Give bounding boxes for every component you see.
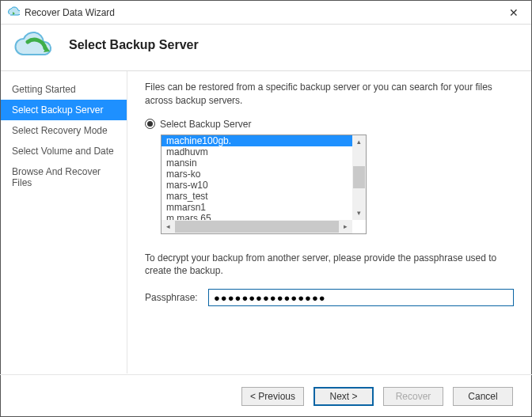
hscroll-thumb[interactable] <box>175 221 339 233</box>
select-backup-server-radio[interactable]: Select Backup Server <box>145 119 514 130</box>
wizard-content: Files can be restored from a specific ba… <box>127 71 531 373</box>
wizard-footer: < Previous Next > Recover Cancel <box>0 374 532 417</box>
step-getting-started[interactable]: Getting Started <box>1 79 127 100</box>
server-list-item[interactable]: mansin <box>162 157 352 169</box>
server-list-item[interactable]: madhuvm <box>162 146 352 157</box>
horizontal-scrollbar[interactable]: ◂ ▸ <box>162 220 352 233</box>
server-list-item[interactable]: mmarsn1 <box>162 202 352 213</box>
server-list-item[interactable]: mars-w10 <box>162 180 352 191</box>
recover-button[interactable]: Recover <box>383 387 443 406</box>
radio-label: Select Backup Server <box>160 119 251 130</box>
app-icon <box>7 6 20 19</box>
titlebar: Recover Data Wizard ✕ <box>1 1 531 25</box>
server-listbox[interactable]: machine100gb. madhuvm mansin mars-ko mar… <box>161 135 367 234</box>
server-list-item[interactable]: m mars 65 <box>162 213 352 220</box>
passphrase-input[interactable] <box>208 289 514 306</box>
radio-selected-icon <box>145 119 155 129</box>
passphrase-label: Passphrase: <box>145 292 200 303</box>
server-list-item[interactable]: mars_test <box>162 191 352 202</box>
scroll-down-icon[interactable]: ▾ <box>352 207 366 220</box>
intro-text: Files can be restored from a specific ba… <box>145 81 514 108</box>
scroll-left-icon[interactable]: ◂ <box>162 220 175 233</box>
server-list-item[interactable]: mars-ko <box>162 169 352 180</box>
close-icon: ✕ <box>509 6 519 19</box>
page-title: Select Backup Server <box>69 38 199 52</box>
step-select-volume-and-date[interactable]: Select Volume and Date <box>1 141 127 161</box>
step-select-recovery-mode[interactable]: Select Recovery Mode <box>1 120 127 141</box>
cancel-button[interactable]: Cancel <box>453 387 513 406</box>
scroll-right-icon[interactable]: ▸ <box>339 220 352 233</box>
step-select-backup-server[interactable]: Select Backup Server <box>1 100 127 120</box>
vertical-scrollbar[interactable]: ▴ ▾ <box>352 135 366 220</box>
wizard-header: Select Backup Server <box>1 25 531 70</box>
scroll-thumb[interactable] <box>353 166 365 188</box>
cloud-restore-icon <box>12 29 56 61</box>
window-title: Recover Data Wizard <box>25 7 496 18</box>
server-list-item[interactable]: machine100gb. <box>162 135 352 146</box>
passphrase-hint: To decrypt your backup from another serv… <box>145 252 514 279</box>
previous-button[interactable]: < Previous <box>241 387 304 406</box>
next-button[interactable]: Next > <box>314 387 374 406</box>
scroll-up-icon[interactable]: ▴ <box>352 135 366 149</box>
step-browse-and-recover-files[interactable]: Browse And Recover Files <box>1 161 127 193</box>
wizard-steps-sidebar: Getting Started Select Backup Server Sel… <box>1 71 127 373</box>
close-button[interactable]: ✕ <box>496 1 531 25</box>
